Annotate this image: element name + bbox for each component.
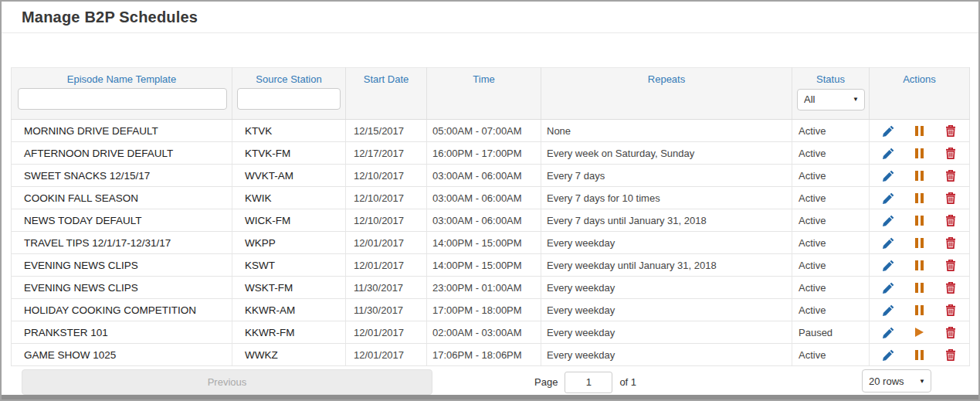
- source-station-cell: WWKZ: [232, 344, 346, 366]
- source-station-cell: WSKT-FM: [232, 277, 346, 299]
- status-cell: Active: [792, 344, 870, 366]
- pause-icon[interactable]: [913, 304, 927, 317]
- column-header-repeats: Repeats: [541, 68, 792, 88]
- previous-page-button[interactable]: Previous: [22, 369, 432, 395]
- rows-per-page-select-wrap: 20 rows: [862, 369, 931, 393]
- status-cell: Active: [792, 209, 870, 232]
- edit-icon[interactable]: [882, 214, 896, 227]
- delete-icon[interactable]: [944, 259, 958, 272]
- start-date-cell: 11/30/2017: [346, 299, 427, 321]
- pause-icon[interactable]: [913, 236, 927, 250]
- source-station-cell: KTVK: [232, 120, 346, 142]
- source-station-cell: WVKT-AM: [232, 165, 346, 187]
- source-station-cell: KSWT: [232, 254, 346, 277]
- table-row: EVENING NEWS CLIPS KSWT 12/01/2017 14:00…: [12, 254, 970, 277]
- pause-icon[interactable]: [913, 281, 927, 294]
- start-date-cell: 12/10/2017: [346, 209, 427, 232]
- delete-icon[interactable]: [944, 147, 958, 160]
- page-number-input[interactable]: [565, 372, 612, 393]
- edit-icon[interactable]: [882, 169, 896, 182]
- time-cell: 16:00PM - 17:00PM: [427, 142, 541, 165]
- edit-icon[interactable]: [882, 192, 896, 205]
- table-row: SWEET SNACKS 12/15/17 WVKT-AM 12/10/2017…: [12, 165, 970, 187]
- episode-name-cell: MORNING DRIVE DEFAULT: [12, 120, 232, 142]
- edit-icon[interactable]: [882, 348, 896, 362]
- start-date-cell: 12/01/2017: [346, 232, 427, 254]
- actions-cell: [870, 209, 970, 232]
- actions-cell: [870, 120, 970, 142]
- delete-icon[interactable]: [944, 326, 958, 339]
- delete-icon[interactable]: [944, 124, 958, 138]
- status-cell: Active: [792, 187, 870, 209]
- status-cell: Active: [792, 299, 870, 321]
- delete-icon[interactable]: [944, 169, 958, 182]
- pause-icon[interactable]: [913, 147, 927, 160]
- source-station-cell: KWIK: [232, 187, 346, 209]
- repeats-cell: Every 7 days: [541, 165, 792, 187]
- delete-icon[interactable]: [944, 192, 958, 205]
- play-icon[interactable]: [913, 326, 927, 339]
- pause-icon[interactable]: [913, 192, 927, 205]
- page-label: Page: [534, 376, 558, 388]
- time-cell: 05:00AM - 07:00AM: [427, 120, 541, 142]
- episode-name-cell: NEWS TODAY DEFAULT: [12, 209, 232, 232]
- start-date-cell: 12/01/2017: [346, 254, 427, 277]
- edit-icon[interactable]: [882, 124, 896, 138]
- edit-icon[interactable]: [882, 281, 896, 294]
- column-header-episode-name-template: Episode Name Template: [12, 68, 232, 88]
- pause-icon[interactable]: [913, 259, 927, 272]
- time-cell: 03:00AM - 06:00AM: [427, 187, 541, 209]
- table-row: TRAVEL TIPS 12/1/17-12/31/17 WKPP 12/01/…: [12, 232, 970, 254]
- edit-icon[interactable]: [882, 304, 896, 317]
- column-header-start-date: Start Date: [346, 68, 427, 88]
- source-station-cell: KTVK-FM: [232, 142, 346, 165]
- episode-name-cell: SWEET SNACKS 12/15/17: [12, 165, 232, 187]
- table-row: HOLIDAY COOKING COMPETITION KKWR-AM 11/3…: [12, 299, 970, 321]
- repeats-cell: Every week on Saturday, Sunday: [541, 142, 792, 165]
- time-cell: 17:06PM - 18:06PM: [427, 344, 541, 366]
- edit-icon[interactable]: [882, 259, 896, 272]
- actions-cell: [870, 142, 970, 165]
- edit-icon[interactable]: [882, 326, 896, 339]
- status-filter-select[interactable]: All: [797, 89, 865, 110]
- edit-icon[interactable]: [882, 147, 896, 160]
- delete-icon[interactable]: [944, 214, 958, 227]
- episode-name-cell: EVENING NEWS CLIPS: [12, 254, 232, 277]
- pause-icon[interactable]: [913, 214, 927, 227]
- schedules-table: Episode Name Template Source Station Sta…: [11, 67, 970, 366]
- pause-icon[interactable]: [913, 348, 927, 362]
- delete-icon[interactable]: [944, 236, 958, 250]
- time-cell: 14:00PM - 15:00PM: [427, 232, 541, 254]
- delete-icon[interactable]: [944, 348, 958, 362]
- episode-name-filter-input[interactable]: [18, 88, 227, 110]
- time-cell: 23:00PM - 01:00AM: [427, 277, 541, 299]
- actions-cell: [870, 165, 970, 187]
- pagination-footer: Previous Page of 1 20 rows: [2, 366, 978, 396]
- pause-icon[interactable]: [913, 169, 927, 182]
- episode-name-cell: GAME SHOW 1025: [12, 344, 232, 366]
- actions-cell: [870, 232, 970, 254]
- episode-name-cell: HOLIDAY COOKING COMPETITION: [12, 299, 232, 321]
- delete-icon[interactable]: [944, 304, 958, 317]
- pause-icon[interactable]: [913, 124, 927, 138]
- rows-per-page-select[interactable]: 20 rows: [862, 369, 931, 393]
- actions-cell: [870, 254, 970, 277]
- start-date-cell: 11/30/2017: [346, 277, 427, 299]
- bottom-edge-bar: [2, 395, 978, 399]
- status-cell: Active: [792, 142, 870, 165]
- delete-icon[interactable]: [944, 281, 958, 294]
- source-station-filter-input[interactable]: [237, 88, 341, 110]
- table-row: AFTERNOON DRIVE DEFAULT KTVK-FM 12/17/20…: [12, 142, 970, 165]
- episode-name-cell: EVENING NEWS CLIPS: [12, 277, 232, 299]
- actions-cell: [870, 187, 970, 209]
- repeats-cell: Every weekday: [541, 344, 792, 366]
- episode-name-cell: PRANKSTER 101: [12, 321, 232, 344]
- start-date-cell: 12/01/2017: [346, 321, 427, 344]
- actions-cell: [870, 321, 970, 344]
- table-row: PRANKSTER 101 KKWR-FM 12/01/2017 02:00AM…: [12, 321, 970, 344]
- table-row: GAME SHOW 1025 WWKZ 12/01/2017 17:06PM -…: [12, 344, 970, 366]
- page-number-group: Page of 1: [534, 369, 636, 395]
- manage-b2p-schedules-page: Manage B2P Schedules Episode Name Templa…: [0, 0, 980, 401]
- actions-cell: [870, 299, 970, 321]
- edit-icon[interactable]: [882, 236, 896, 250]
